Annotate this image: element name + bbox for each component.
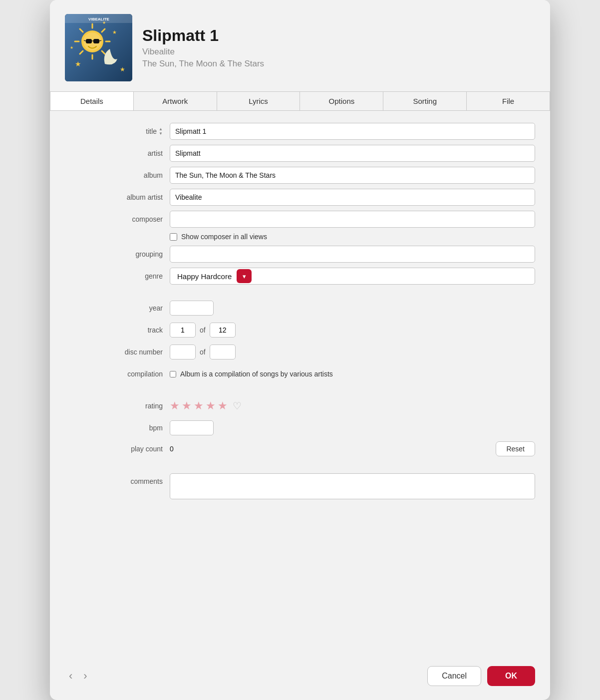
grouping-row: grouping [65, 246, 535, 263]
bpm-input[interactable] [170, 420, 214, 435]
sort-arrows[interactable]: ▲ ▼ [159, 127, 163, 136]
album-row: album [65, 167, 535, 184]
footer: ‹ › Cancel OK [50, 656, 550, 700]
arrow-down-icon[interactable]: ▼ [159, 132, 163, 136]
header-info: Slipmatt 1 Vibealite The Sun, The Moon &… [142, 26, 264, 69]
svg-text:VIBEALITE: VIBEALITE [88, 17, 109, 21]
star-3[interactable]: ★ [194, 399, 204, 412]
svg-rect-12 [86, 39, 92, 43]
ok-button[interactable]: OK [487, 666, 535, 686]
artist-label: artist [65, 149, 170, 157]
compilation-label: compilation [65, 370, 170, 378]
tab-options[interactable]: Options [300, 92, 383, 110]
genre-wrapper: Happy Hardcore ▾ [170, 268, 535, 285]
tab-sorting[interactable]: Sorting [383, 92, 467, 110]
compilation-text[interactable]: Album is a compilation of songs by vario… [180, 370, 333, 378]
rating-stars[interactable]: ★ ★ ★ ★ ★ ♡ [170, 399, 242, 412]
composer-label: composer [65, 215, 170, 223]
composer-input[interactable] [170, 211, 535, 228]
album-art: ★ ★ ★ ★ ★ VIBEALITE [65, 14, 132, 81]
rating-label: rating [65, 402, 170, 410]
album-input[interactable] [170, 167, 535, 184]
disc-of-text: of [200, 348, 206, 356]
artist-row: artist [65, 145, 535, 162]
genre-dropdown-button[interactable]: ▾ [237, 269, 252, 283]
svg-rect-13 [93, 39, 99, 43]
previous-button[interactable]: ‹ [65, 668, 76, 685]
bpm-label: bpm [65, 424, 170, 432]
album-artist-label: album artist [65, 193, 170, 201]
track-label: track [65, 326, 170, 334]
play-count-label: play count [65, 445, 170, 453]
tab-lyrics[interactable]: Lyrics [217, 92, 300, 110]
tab-file[interactable]: File [467, 92, 550, 110]
disc-row: disc number of [65, 344, 535, 360]
svg-text:★: ★ [112, 29, 117, 35]
nav-buttons: ‹ › [65, 668, 91, 685]
svg-text:★: ★ [120, 66, 125, 73]
action-buttons: Cancel OK [427, 666, 535, 686]
grouping-input[interactable] [170, 246, 535, 263]
content: title ▲ ▼ artist album album artist com [50, 111, 550, 656]
star-2[interactable]: ★ [182, 399, 192, 412]
header-artist: Vibealite [142, 47, 264, 57]
album-artist-row: album artist [65, 189, 535, 206]
tab-bar: Details Artwork Lyrics Options Sorting F… [50, 91, 550, 111]
header: ★ ★ ★ ★ ★ VIBEALITE Slipmatt 1 Vibealite… [50, 0, 550, 91]
tab-details[interactable]: Details [50, 92, 134, 110]
disc-label: disc number [65, 348, 170, 356]
title-input[interactable] [170, 123, 535, 140]
next-button[interactable]: › [79, 668, 91, 685]
grouping-label: grouping [65, 250, 170, 258]
comments-label: comments [65, 473, 170, 485]
svg-text:★: ★ [75, 60, 81, 68]
dialog: ★ ★ ★ ★ ★ VIBEALITE Slipmatt 1 Vibealite… [50, 0, 550, 700]
track-row: track of [65, 322, 535, 339]
genre-row: genre Happy Hardcore ▾ [65, 268, 535, 285]
star-4[interactable]: ★ [206, 399, 216, 412]
svg-line-16 [99, 40, 101, 41]
star-1[interactable]: ★ [170, 399, 180, 412]
show-composer-row: Show composer in all views [170, 233, 535, 241]
arrow-up-icon[interactable]: ▲ [159, 127, 163, 131]
play-count-row: play count 0 Reset [65, 441, 535, 456]
genre-label: genre [65, 272, 170, 280]
comments-input[interactable] [170, 473, 535, 499]
svg-line-15 [84, 40, 86, 41]
compilation-checkbox[interactable] [170, 371, 176, 377]
disc-input[interactable] [170, 345, 196, 359]
cancel-button[interactable]: Cancel [427, 666, 481, 686]
genre-container: Happy Hardcore ▾ [171, 269, 252, 283]
show-composer-checkbox[interactable] [170, 233, 177, 241]
year-input[interactable] [170, 301, 214, 316]
svg-text:★: ★ [70, 45, 73, 50]
show-composer-label[interactable]: Show composer in all views [181, 233, 267, 241]
artist-input[interactable] [170, 145, 535, 162]
star-5[interactable]: ★ [218, 399, 228, 412]
bpm-row: bpm [65, 419, 535, 436]
title-label: title [146, 127, 157, 135]
reset-button[interactable]: Reset [496, 441, 535, 456]
title-row: title ▲ ▼ [65, 123, 535, 140]
heart-icon[interactable]: ♡ [233, 400, 242, 412]
rating-row: rating ★ ★ ★ ★ ★ ♡ [65, 397, 535, 414]
track-input[interactable] [170, 323, 196, 338]
title-label-group: title ▲ ▼ [65, 127, 170, 136]
track-of-text: of [200, 326, 206, 334]
header-album: The Sun, The Moon & The Stars [142, 59, 264, 69]
disc-total-input[interactable] [210, 345, 236, 359]
header-title: Slipmatt 1 [142, 26, 264, 45]
play-count-value: 0 [170, 445, 496, 453]
tab-artwork[interactable]: Artwork [134, 92, 217, 110]
genre-value: Happy Hardcore [171, 272, 237, 281]
comments-row: comments [65, 471, 535, 499]
compilation-row: compilation Album is a compilation of so… [65, 365, 535, 382]
composer-row: composer [65, 211, 535, 228]
album-label: album [65, 171, 170, 179]
track-total-input[interactable] [210, 323, 236, 338]
year-row: year [65, 300, 535, 317]
chevron-down-icon: ▾ [243, 273, 246, 280]
year-label: year [65, 304, 170, 312]
album-artist-input[interactable] [170, 189, 535, 206]
